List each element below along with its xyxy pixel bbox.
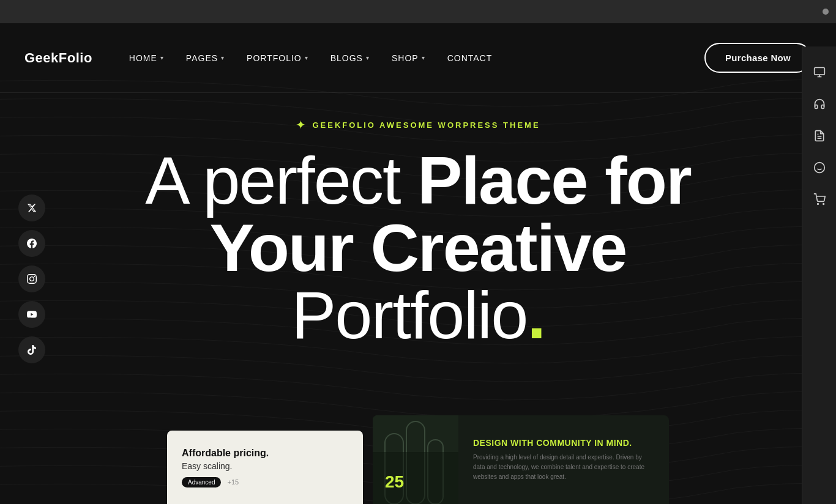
svg-point-14	[817, 204, 818, 205]
facebook-icon[interactable]	[18, 230, 45, 257]
preview-card-right: 25 DESIGN WITH COMMUNITY IN MIND. Provid…	[373, 415, 669, 504]
chevron-down-icon: ▾	[221, 54, 225, 61]
hero-section: ✦ GEEKFOLIO AWESOME WORPRESS THEME A per…	[0, 93, 836, 349]
preview-right-title: DESIGN WITH COMMUNITY IN MIND.	[473, 438, 644, 448]
preview-right-content: DESIGN WITH COMMUNITY IN MIND. Providing…	[458, 415, 659, 504]
hero-subtitle-text: GEEKFOLIO AWESOME WORPRESS THEME	[312, 120, 540, 130]
preview-price: +15	[227, 478, 239, 486]
nav-item-contact[interactable]: CONTACT	[447, 53, 493, 63]
browser-dot	[823, 9, 829, 15]
arch-visual: 25	[373, 415, 458, 504]
nav-item-pages[interactable]: PAGES ▾	[186, 53, 225, 63]
tiktok-icon[interactable]	[18, 336, 45, 363]
monitor-icon[interactable]	[806, 59, 833, 86]
nav-item-home[interactable]: HOME ▾	[129, 53, 164, 63]
chevron-down-icon: ▾	[366, 54, 370, 61]
cart-icon[interactable]	[806, 186, 833, 213]
hero-title: A perfect Place for Your Creative Portfo…	[0, 147, 836, 349]
navbar: GeekFolio HOME ▾ PAGES ▾ PORTFOLIO ▾ BLO…	[0, 23, 836, 93]
preview-left-title: Affordable pricing.	[182, 448, 348, 459]
social-sidebar	[18, 195, 45, 363]
star-icon: ✦	[296, 117, 306, 132]
hero-subtitle: ✦ GEEKFOLIO AWESOME WORPRESS THEME	[0, 117, 836, 132]
logo[interactable]: GeekFolio	[24, 50, 92, 66]
emoji-icon[interactable]	[806, 154, 833, 181]
nav-item-portfolio[interactable]: PORTFOLIO ▾	[247, 53, 308, 63]
main-wrapper: GeekFolio HOME ▾ PAGES ▾ PORTFOLIO ▾ BLO…	[0, 23, 836, 504]
browser-bar	[0, 0, 836, 23]
hero-line-3: Portfolio.	[0, 281, 836, 349]
chevron-down-icon: ▾	[305, 54, 308, 61]
svg-point-11	[814, 163, 824, 173]
twitter-x-icon[interactable]	[18, 195, 45, 221]
nav-item-shop[interactable]: SHOP ▾	[392, 53, 425, 63]
purchase-now-button[interactable]: Purchase Now	[704, 43, 812, 73]
preview-card-left: Affordable pricing. Easy scaling. Advanc…	[167, 431, 363, 504]
preview-right-desc: Providing a high level of design detail …	[473, 453, 644, 482]
preview-section: Affordable pricing. Easy scaling. Advanc…	[167, 415, 669, 504]
nav-item-blogs[interactable]: BLOGS ▾	[330, 53, 370, 63]
svg-rect-6	[814, 68, 824, 75]
preview-tag: Advanced	[182, 477, 221, 487]
right-sidebar	[802, 46, 836, 504]
hero-line-2: Your Creative	[0, 214, 836, 281]
document-icon[interactable]	[806, 122, 833, 149]
chevron-down-icon: ▾	[422, 54, 425, 61]
headphone-icon[interactable]	[806, 91, 833, 117]
instagram-icon[interactable]	[18, 265, 45, 292]
nav-links: HOME ▾ PAGES ▾ PORTFOLIO ▾ BLOGS ▾ SHOP …	[129, 53, 704, 63]
chevron-down-icon: ▾	[160, 54, 164, 61]
preview-left-subtitle: Easy scaling.	[182, 461, 348, 471]
svg-point-15	[823, 204, 824, 205]
youtube-icon[interactable]	[18, 301, 45, 328]
hero-line-1: A perfect Place for	[0, 147, 836, 214]
arch-number: 25	[385, 472, 404, 492]
